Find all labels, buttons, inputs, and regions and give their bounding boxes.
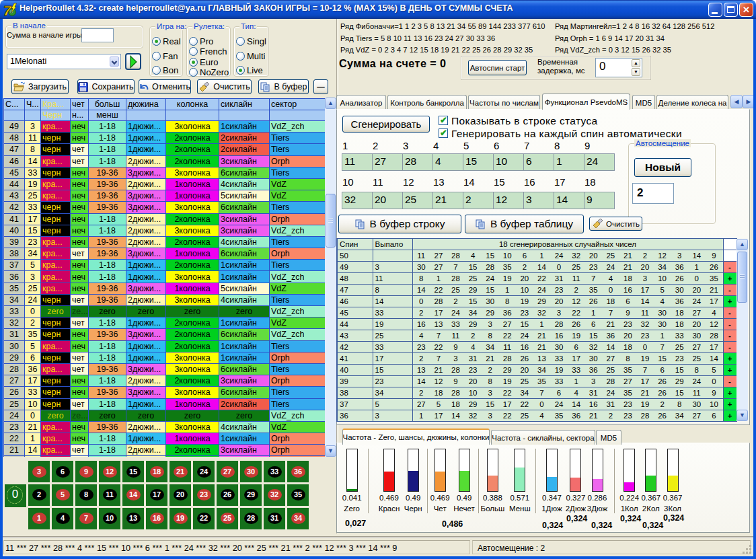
svg-text:7: 7 — [3, 3, 12, 17]
